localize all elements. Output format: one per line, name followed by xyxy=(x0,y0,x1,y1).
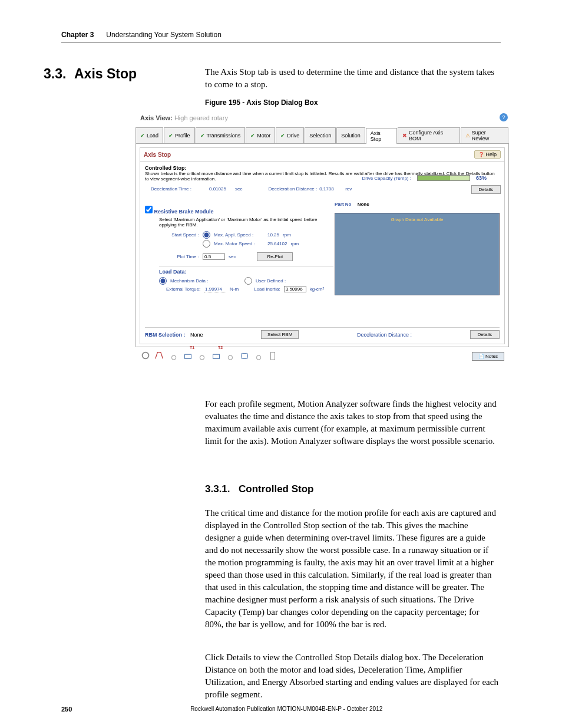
part-no-value: None xyxy=(358,202,369,207)
panel-title-row: Axis Stop Help xyxy=(140,147,505,162)
axis-stop-dialog: Axis View: High geared rotary ? ✔Load ✔P… xyxy=(135,113,509,361)
warning-icon: ⚠ xyxy=(465,133,470,139)
part-no-row: Part No None xyxy=(335,202,500,207)
load-data-section: Load Data: Mechanism Data : User Defined… xyxy=(159,266,333,292)
load-inertia-label: Load Inertia: xyxy=(254,286,280,292)
controlled-stop-label: Controlled Stop: xyxy=(145,165,500,171)
section-number: 3.3. xyxy=(44,66,66,82)
decel-dist-label: Deceleration Distance : xyxy=(268,186,317,192)
decel-time-unit: sec xyxy=(235,186,242,192)
load-inertia-input[interactable] xyxy=(284,286,306,292)
rbm-right-column: Part No None Graph Data not Available xyxy=(335,202,500,295)
graph-placeholder: Graph Data not Available xyxy=(335,213,500,295)
rbm-checkbox-label[interactable]: Resistive Brake Module xyxy=(145,209,214,215)
max-motor-value: 25.64102 xyxy=(267,241,287,246)
transmission-icon[interactable] xyxy=(168,350,179,361)
load-inertia-unit: kg-cm² xyxy=(310,286,324,292)
help-button[interactable]: Help xyxy=(474,150,501,159)
part-no-label: Part No xyxy=(335,202,351,207)
check-icon: ✔ xyxy=(168,133,173,139)
load-data-title: Load Data: xyxy=(159,269,333,275)
drive-capacity-label: Drive Capacity (Temp) : xyxy=(362,176,411,181)
max-appl-unit: rpm xyxy=(283,232,291,238)
tab-axis-stop[interactable]: Axis Stop xyxy=(366,128,397,144)
replot-button[interactable]: Re-Plot xyxy=(257,252,293,261)
check-icon: ✔ xyxy=(140,133,145,139)
axis-stop-panel: Axis Stop Help Controlled Stop: Shown be… xyxy=(135,144,509,347)
svg-rect-8 xyxy=(270,353,275,360)
gear-icon[interactable] xyxy=(140,350,151,361)
check-icon: ✔ xyxy=(250,133,255,139)
publication-line: Rockwell Automation Publication MOTION-U… xyxy=(190,706,382,713)
tab-selection[interactable]: Selection xyxy=(305,127,336,143)
tab-drive[interactable]: ✔Drive xyxy=(276,127,304,143)
cross-icon: ✖ xyxy=(402,133,407,139)
plot-time-input[interactable] xyxy=(203,253,225,260)
drive-capacity-bar xyxy=(417,175,470,181)
mechanism-data-label: Mechanism Data : xyxy=(170,278,241,284)
panel-title: Axis Stop xyxy=(144,151,171,158)
max-motor-label: Max. Motor Speed : xyxy=(214,241,264,246)
max-motor-radio[interactable] xyxy=(203,240,210,248)
decel-time-label: Deceleration Time : xyxy=(151,186,207,192)
transmission-icon-3[interactable] xyxy=(225,350,236,361)
panel-content: Controlled Stop: Shown below is the crit… xyxy=(140,162,505,344)
ext-torque-unit: N-m xyxy=(230,286,239,292)
motor-icon[interactable] xyxy=(239,350,250,361)
max-appl-radio[interactable] xyxy=(203,231,210,239)
motor-t2-icon[interactable]: T2 xyxy=(211,350,222,361)
drive-icon[interactable] xyxy=(267,350,278,361)
subsection-title: Controlled Stop xyxy=(239,483,313,495)
section-title: Axis Stop xyxy=(74,66,137,82)
tab-transmissions[interactable]: ✔Transmissions xyxy=(196,127,246,143)
rbm-description: Select 'Maximum Application' or 'Maximum… xyxy=(159,217,333,228)
motor-t1-icon[interactable]: T1 xyxy=(183,350,193,361)
select-rbm-button[interactable]: Select RBM xyxy=(261,330,299,339)
details-button-bottom[interactable]: Details xyxy=(470,330,500,339)
tab-profile[interactable]: ✔Profile xyxy=(164,127,195,143)
svg-point-5 xyxy=(228,355,232,360)
tab-load[interactable]: ✔Load xyxy=(135,127,163,143)
svg-rect-6 xyxy=(242,353,248,358)
decel-time-row: Deceleration Time : 0.01025 sec Decelera… xyxy=(145,185,500,193)
tab-configure-bom[interactable]: ✖Configure Axis BOM xyxy=(398,127,460,143)
figure-caption: Figure 195 - Axis Stop Dialog Box xyxy=(205,98,318,107)
paragraph-2: The critical time and distance for the m… xyxy=(205,507,500,631)
subsection-number: 3.3.1. xyxy=(205,483,230,495)
start-speed-label: Start Speed : xyxy=(159,232,199,238)
transmission-icon-2[interactable] xyxy=(197,350,207,361)
help-icon[interactable]: ? xyxy=(500,113,508,121)
decel-dist-value: 0.1708 xyxy=(319,186,343,192)
profile-icon[interactable] xyxy=(154,350,165,361)
svg-point-1 xyxy=(171,355,176,360)
svg-point-0 xyxy=(143,353,149,359)
drive-capacity-pct: 63% xyxy=(476,175,487,181)
page-footer: 250 Rockwell Automation Publication MOTI… xyxy=(61,706,501,713)
page-header: Chapter 3 Understanding Your System Solu… xyxy=(61,31,501,42)
intro-paragraph: The Axis Stop tab is used to determine t… xyxy=(205,66,500,91)
plot-time-unit: sec xyxy=(229,254,236,259)
decel-time-value: 0.01025 xyxy=(209,186,233,192)
tab-super-review[interactable]: ⚠Super Review xyxy=(461,127,508,143)
user-defined-radio[interactable] xyxy=(244,277,252,285)
notes-button[interactable]: 📄 Notes xyxy=(472,352,504,361)
plot-time-label: Plot Time : xyxy=(159,254,199,259)
tab-solution[interactable]: Solution xyxy=(336,127,365,143)
svg-point-7 xyxy=(256,355,260,360)
axis-view-value: High geared rotary xyxy=(174,114,228,121)
rbm-left-column: Select 'Maximum Application' or 'Maximum… xyxy=(145,215,339,296)
graph-message: Graph Data not Available xyxy=(391,217,444,222)
svg-point-3 xyxy=(200,355,204,360)
axis-view-row: Axis View: High geared rotary xyxy=(135,113,509,123)
transmission-icon-4[interactable] xyxy=(253,350,264,361)
tab-motor[interactable]: ✔Motor xyxy=(246,127,275,143)
user-defined-label: User Defined : xyxy=(256,278,286,284)
max-motor-unit: rpm xyxy=(290,241,299,246)
paragraph-3: Click Details to view the Controlled Sto… xyxy=(205,651,500,701)
details-button[interactable]: Details xyxy=(471,185,501,194)
chapter-label: Chapter 3 xyxy=(61,31,94,39)
decel-dist-unit: rev xyxy=(345,186,352,192)
mechanism-data-radio[interactable] xyxy=(159,277,167,285)
rbm-checkbox[interactable] xyxy=(145,206,153,213)
rbm-selection-value: None xyxy=(190,332,203,338)
